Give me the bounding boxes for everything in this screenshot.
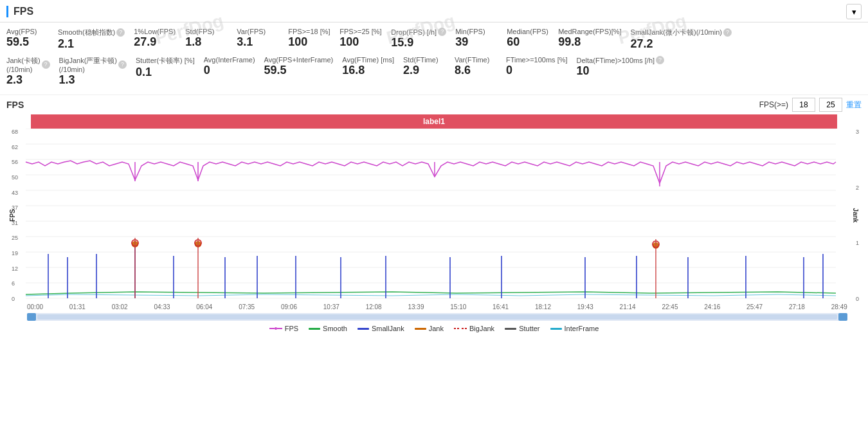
stat-label-fps25: FPS>=25 [%]	[339, 28, 381, 35]
stat-value-var-fps: 3.1	[237, 35, 253, 49]
stat-stutter: Stutter(卡顿率) [%] 0.1	[136, 55, 204, 88]
stat-label-avg-fps-interframe: Avg(FPS+InterFrame)	[264, 56, 334, 64]
page-title: FPS	[14, 6, 33, 17]
stat-std-ftime: Std(FTime) 2.9	[403, 55, 455, 88]
scrollbar-right-handle[interactable]	[838, 313, 847, 321]
fps-threshold-input-1[interactable]	[792, 98, 815, 112]
stat-value-delta-ftime: 10	[577, 64, 590, 78]
scrollbar[interactable]	[27, 313, 847, 321]
legend-bigjank-label: BigJank	[469, 325, 494, 332]
stat-label-var-ftime: Var(FTime)	[455, 56, 489, 64]
stat-value-medrange: 99.8	[558, 35, 581, 49]
stat-value-std-fps: 1.8	[185, 35, 201, 49]
stat-smalljank: SmallJank(微小卡顿)(/10min) ? 27.2	[631, 26, 741, 52]
stat-label-std-fps: Std(FPS)	[185, 28, 214, 35]
stat-label-ftime100: FTime>=100ms [%]	[506, 56, 568, 64]
scrollbar-track[interactable]	[37, 314, 837, 320]
legend-jank-icon	[415, 328, 426, 330]
stat-value-ftime100: 0	[506, 64, 512, 77]
stats-row-2: Jank(卡顿)(/10min) ? 2.3 BigJank(严重卡顿)(/10…	[6, 55, 862, 88]
label1-text: label1	[423, 117, 445, 126]
x-tick: 22:45	[662, 303, 678, 310]
header: FPS ▾	[0, 0, 868, 22]
stat-var-fps: Var(FPS) 3.1	[237, 26, 288, 52]
stat-label-jank: Jank(卡顿)(/10min) ?	[6, 56, 50, 73]
stat-var-ftime: Var(FTime) 8.6	[455, 55, 506, 88]
legend-smooth-icon	[309, 328, 320, 330]
x-tick: 16:41	[493, 303, 509, 310]
stat-value-median-fps: 60	[507, 35, 520, 49]
stat-avg-fps-interframe: Avg(FPS+InterFrame) 59.5	[264, 55, 343, 88]
legend-jank: Jank	[415, 325, 444, 332]
stat-value-1plow: 27.9	[134, 35, 156, 49]
stat-min-fps: Min(FPS) 39	[455, 26, 507, 52]
legend-bigjank: BigJank	[454, 325, 494, 332]
help-icon-jank[interactable]: ?	[42, 60, 50, 69]
stat-value-min-fps: 39	[455, 35, 468, 49]
x-tick: 07:35	[239, 303, 255, 310]
stat-fps25: FPS>=25 [%] 100	[339, 26, 391, 52]
x-tick: 28:49	[831, 303, 847, 310]
legend-interframe-label: InterFrame	[565, 325, 599, 332]
x-tick: 21:14	[620, 303, 636, 310]
stat-label-smooth: Smooth(稳帧指数) ?	[58, 28, 125, 37]
stat-label-avg-interframe: Avg(InterFrame)	[204, 56, 255, 64]
stat-value-std-ftime: 2.9	[403, 64, 419, 77]
stat-label-avg-ftime: Avg(FTime) [ms]	[342, 56, 394, 64]
stat-ftime100: FTime>=100ms [%] 0	[506, 55, 577, 88]
x-tick: 18:12	[535, 303, 551, 310]
stat-drop-fps: Drop(FPS) [/h] ? 15.9	[391, 26, 455, 52]
dropdown-button[interactable]: ▾	[846, 4, 862, 19]
stat-value-avg-fps-interframe: 59.5	[264, 64, 287, 77]
chart-header: FPS FPS(>=) 重置	[0, 95, 868, 114]
legend-smalljank: SmallJank	[357, 325, 404, 332]
help-icon-bigjank[interactable]: ?	[118, 60, 127, 69]
stat-1plow: 1%Low(FPS) 27.9	[134, 26, 185, 52]
chart-container: label1 6862565043373125191260 FPS 3210 J…	[0, 114, 868, 321]
reset-button[interactable]: 重置	[846, 100, 862, 111]
x-tick: 24:16	[704, 303, 720, 310]
stat-delta-ftime: Delta(FTime)>100ms [/h] ? 10	[577, 55, 674, 88]
fps-chart-svg	[6, 129, 862, 302]
stat-label-1plow: 1%Low(FPS)	[134, 28, 176, 35]
stat-label-var-fps: Var(FPS)	[237, 28, 266, 35]
legend-interframe-icon	[550, 328, 562, 330]
stat-value-jank: 2.3	[6, 73, 23, 87]
legend-stutter-label: Stutter	[519, 325, 539, 332]
fps-gte-label: FPS(>=)	[759, 100, 788, 109]
legend-jank-label: Jank	[429, 325, 444, 332]
stat-avg-fps: Avg(FPS) 59.5	[6, 26, 58, 52]
x-tick: 12:08	[366, 303, 382, 310]
stat-value-avg-interframe: 0	[204, 64, 210, 77]
stat-medrange: MedRange(FPS)[%] 99.8	[558, 26, 630, 52]
x-tick: 01:31	[69, 303, 86, 310]
stat-value-smooth: 2.1	[58, 37, 74, 51]
help-icon-drop[interactable]: ?	[438, 28, 446, 36]
scrollbar-left-handle[interactable]	[27, 313, 36, 321]
stat-value-drop-fps: 15.9	[391, 36, 413, 50]
stat-label-avg-fps: Avg(FPS)	[6, 28, 37, 35]
help-icon-smalljank[interactable]: ?	[723, 28, 732, 37]
chart-area: 6862565043373125191260 FPS 3210 Jank	[6, 129, 862, 302]
stat-value-bigjank: 1.3	[59, 73, 75, 87]
x-axis: 00:00 01:31 03:02 04:33 06:04 07:35 09:0…	[6, 302, 862, 312]
x-tick: 03:02	[112, 303, 128, 310]
help-icon-delta[interactable]: ?	[656, 56, 664, 64]
stat-label-std-ftime: Std(FTime)	[403, 56, 439, 64]
stat-avg-ftime: Avg(FTime) [ms] 16.8	[342, 55, 403, 88]
x-tick: 15:10	[450, 303, 466, 310]
help-icon-smooth[interactable]: ?	[116, 28, 125, 37]
fps-threshold-input-2[interactable]	[819, 98, 842, 112]
stat-median-fps: Median(FPS) 60	[507, 26, 558, 52]
stat-fps18: FPS>=18 [%] 100	[288, 26, 339, 52]
x-tick: 27:18	[789, 303, 805, 310]
legend-smalljank-label: SmallJank	[372, 325, 404, 332]
x-tick: 13:39	[408, 303, 424, 310]
legend-interframe: InterFrame	[550, 325, 599, 332]
stat-label-drop-fps: Drop(FPS) [/h] ?	[391, 28, 446, 36]
stat-bigjank: BigJank(严重卡顿)(/10min) ? 1.3	[59, 55, 136, 88]
legend: FPS Smooth SmallJank Jank BigJank Stutte…	[0, 322, 868, 335]
legend-smalljank-icon	[357, 328, 369, 330]
legend-fps-label: FPS	[285, 325, 298, 332]
legend-fps-icon	[269, 325, 282, 332]
